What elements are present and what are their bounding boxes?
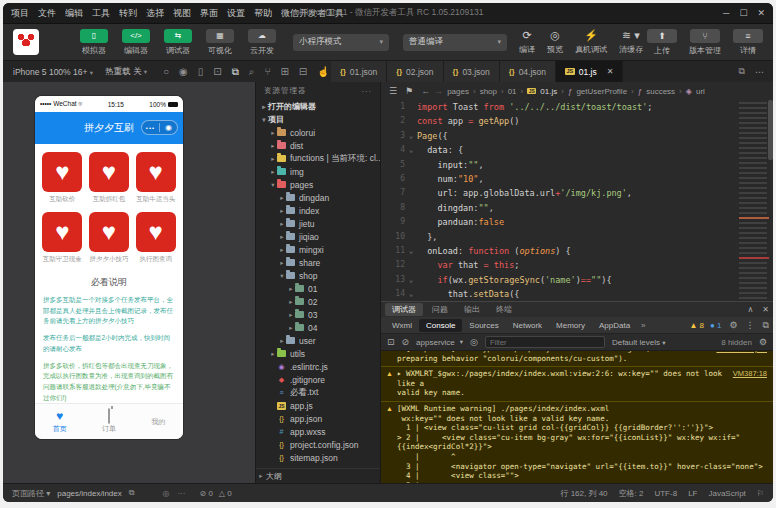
close-tab-icon[interactable]: ✕	[607, 67, 614, 76]
minimize-button[interactable]: ─	[723, 8, 729, 18]
status-UTF-8[interactable]: UTF-8	[654, 489, 677, 498]
panel-tab-终端[interactable]: 终端	[489, 303, 519, 316]
tree-item-colorui[interactable]: ▸colorui	[256, 126, 380, 139]
tree-item-shop[interactable]: ▾shop	[256, 269, 380, 282]
menu-item-设置[interactable]: 设置	[227, 7, 245, 20]
console-filter-input[interactable]	[485, 336, 605, 348]
tree-item-functions | 当前环境: cl...[interactable]: ▸functions | 当前环境: cl...	[256, 152, 380, 165]
fold-chevron-icon[interactable]: ⌄	[405, 143, 417, 157]
error-count[interactable]: ⊘ 0	[199, 489, 212, 498]
devtools-tab-AppData[interactable]: AppData	[592, 319, 637, 332]
minimap[interactable]	[739, 102, 767, 301]
breadcrumb-item-01[interactable]: 01	[508, 87, 517, 96]
user-avatar[interactable]	[13, 29, 39, 55]
source-link[interactable]: WAService.js:2	[716, 351, 767, 363]
fold-chevron-icon[interactable]: ⌄	[405, 273, 417, 287]
tree-item-img[interactable]: ▸img	[256, 165, 380, 178]
page-path-value[interactable]: pages/index/index	[57, 489, 122, 498]
devtools-tab-Wxml[interactable]: Wxml	[385, 319, 419, 332]
breadcrumb-item-success[interactable]: success	[646, 87, 675, 96]
devtools-tab-Console[interactable]: Console	[419, 319, 462, 332]
status-JavaScript[interactable]: JavaScript	[708, 489, 745, 498]
clear-console-icon[interactable]: ⊘	[402, 337, 410, 347]
warning-count[interactable]: △ 0	[219, 489, 232, 498]
log-levels-dropdown[interactable]: Default levels ▾	[612, 338, 666, 347]
wechat-capsule[interactable]: ••• ◉	[141, 120, 178, 135]
devtools-tab-Sources[interactable]: Sources	[462, 319, 505, 332]
tree-item-app.json[interactable]: {}app.json	[256, 412, 380, 425]
page-path-dropdown[interactable]: 页面路径 ▾	[12, 488, 50, 499]
console-sidebar-icon[interactable]: ⊡	[387, 337, 395, 347]
phone-tab-订单[interactable]: 订单	[84, 404, 133, 439]
tree-item-04[interactable]: ▸04	[256, 321, 380, 334]
mode-button-调试器[interactable]: ⇆调试器	[161, 29, 195, 56]
close-circle-icon[interactable]: ◉	[160, 123, 177, 132]
fold-chevron-icon[interactable]: ⌄	[405, 129, 417, 143]
status-空格: 2[interactable]: 空格: 2	[619, 488, 644, 499]
menu-item-项目[interactable]: 项目	[11, 7, 29, 20]
close-button[interactable]: ✕	[757, 8, 765, 18]
bookmark-icon[interactable]: ⚑	[405, 86, 413, 96]
devtools-tab-Network[interactable]: Network	[506, 319, 549, 332]
tab-more-icon[interactable]: ⋯	[755, 67, 764, 77]
menu-item-选择[interactable]: 选择	[146, 7, 164, 20]
grid-item-互助拆红包[interactable]: ♥互助拆红包	[86, 152, 133, 204]
statusbar-more-icon[interactable]: ···	[177, 489, 185, 498]
grid-item-拼夕夕小技巧[interactable]: ♥拼夕夕小技巧	[86, 212, 133, 264]
tree-item-user[interactable]: ▸user	[256, 334, 380, 347]
tree-item-dingdan[interactable]: ▸dingdan	[256, 191, 380, 204]
editor-tab-01.json[interactable]: {}01.json	[331, 61, 387, 82]
editor-tab-03.json[interactable]: {}03.json	[444, 61, 500, 82]
tree-item-share[interactable]: ▸share	[256, 256, 380, 269]
tree-item-01[interactable]: ▸01	[256, 282, 380, 295]
action-清缓存[interactable]: ≋ ▾清缓存	[619, 29, 643, 55]
copy-path-icon[interactable]: ⧉	[129, 488, 135, 498]
menu-item-帮助[interactable]: 帮助	[254, 7, 272, 20]
compile-mode-dropdown[interactable]: 普通编译▾	[403, 34, 507, 51]
panel-tab-调试器[interactable]: 调试器	[385, 303, 423, 316]
menu-item-转到[interactable]: 转到	[119, 7, 137, 20]
tree-item-项目[interactable]: ▾项目	[256, 113, 380, 126]
editor-tab-01.js[interactable]: JS01.js✕	[556, 61, 623, 82]
phone-tab-我的[interactable]: 我的	[134, 404, 183, 439]
sim-tool-icon-7[interactable]: ⊞	[280, 66, 288, 77]
tree-item-mingxi[interactable]: ▸mingxi	[256, 243, 380, 256]
grid-item-互助砍价[interactable]: ♥互助砍价	[39, 152, 86, 204]
tree-item-project.config.json[interactable]: {}project.config.json	[256, 438, 380, 451]
tree-item-打开的编辑器[interactable]: ▸打开的编辑器	[256, 100, 380, 113]
sim-tool-icon-3[interactable]: ⊡	[213, 66, 221, 77]
console-warning-2[interactable]: ▲▸ WXMLRT_$gwx:./pages/index/index.wxml:…	[381, 366, 773, 401]
fold-chevron-icon[interactable]: ⌄	[405, 287, 417, 301]
sim-tool-icon-6[interactable]: ⑂	[264, 66, 270, 77]
sim-tool-icon-5[interactable]: ⌕	[249, 66, 255, 78]
hot-reload-toggle[interactable]: 热重载 关 ▾	[105, 66, 147, 78]
editor-menu-icon[interactable]: ☰	[389, 86, 397, 96]
mode-button-云开发[interactable]: ☁云开发	[245, 29, 279, 56]
error-count-badge[interactable]: ● 1	[710, 321, 722, 330]
tree-item-app.wxss[interactable]: #app.wxss	[256, 425, 380, 438]
devtools-overflow-icon[interactable]: »	[637, 321, 649, 330]
breadcrumb-item-url[interactable]: url	[696, 87, 705, 96]
grid-item-互助牛运当头[interactable]: ♥互助牛运当头	[132, 152, 179, 204]
split-editor-icon[interactable]: ⧉	[739, 66, 745, 77]
panel-tab-问题[interactable]: 问题	[425, 303, 455, 316]
editor-tab-02.json[interactable]: {}02.json	[387, 61, 443, 82]
tree-item-jietu[interactable]: ▸jietu	[256, 217, 380, 230]
maximize-button[interactable]: ☐	[739, 8, 747, 18]
mode-button-编辑器[interactable]: </>编辑器	[119, 29, 153, 56]
action-编译[interactable]: ⟳编译	[519, 29, 535, 55]
action-真机调试[interactable]: ⚡真机调试	[575, 29, 607, 55]
sim-tool-icon-9[interactable]: ☝	[317, 66, 329, 77]
action-预览[interactable]: ◎预览	[547, 29, 563, 55]
action-版本管理[interactable]: ⑂版本管理	[689, 29, 721, 56]
editor-tab-04.json[interactable]: {}04.json	[500, 61, 556, 82]
menu-item-工具[interactable]: 工具	[92, 7, 110, 20]
breadcrumb-item-pages[interactable]: pages	[447, 87, 469, 96]
code-editor[interactable]: 1import Toast from '../../../dist/toast/…	[381, 100, 773, 301]
devtools-tab-Memory[interactable]: Memory	[549, 319, 592, 332]
tree-item-02[interactable]: ▸02	[256, 295, 380, 308]
tree-item-.gitignore[interactable]: ◆.gitignore	[256, 373, 380, 386]
menu-item-文件[interactable]: 文件	[38, 7, 56, 20]
eye-icon[interactable]: ◎	[470, 337, 478, 347]
sim-tool-icon-2[interactable]: ▯	[198, 66, 204, 77]
